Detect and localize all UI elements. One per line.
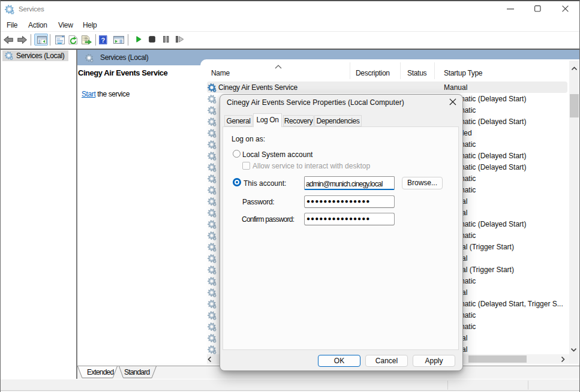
- svg-text:?: ?: [101, 37, 105, 44]
